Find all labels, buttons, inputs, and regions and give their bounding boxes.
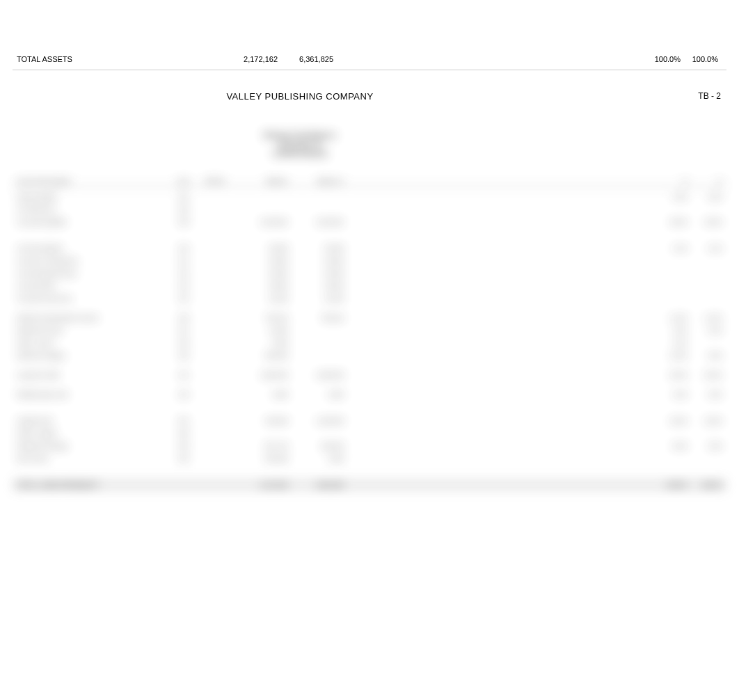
table-row: Related party note4023,0003,0000.0%0.0%	[13, 388, 726, 401]
account-description: A/P discounts	[17, 206, 170, 213]
percent-1: 12.6%	[653, 352, 688, 359]
account-number: 313	[170, 283, 198, 289]
balance-value-1: 30,000	[232, 257, 288, 264]
account-description: TOTAL LIABILITIES/EQUITY	[17, 482, 170, 488]
balance-value-2: 1,880,000	[288, 372, 344, 379]
table-row: Deferred charges323800,00012.6%0.0%	[13, 349, 726, 362]
account-number: 314	[170, 295, 198, 302]
account-description: Capital stock	[17, 417, 170, 424]
account-description: Accrued payroll taxes	[17, 270, 170, 277]
account-description: Accounts payable	[17, 218, 170, 225]
balance-value-1: 1,880,000	[232, 372, 288, 379]
balance-value-1: 25,000	[232, 245, 288, 252]
account-number: 323	[170, 352, 198, 359]
table-row: Capital stock501200,0001,200,00018.9%18.…	[13, 415, 726, 427]
table-row: Accounts payable3032,919,6012,919,60145.…	[13, 216, 726, 228]
balance-value-1: 25,000	[232, 283, 288, 289]
account-number: 504	[170, 455, 198, 462]
percent-1: 0.0%	[653, 193, 688, 200]
table-row: Deferred income32112,0000.2%0.2%	[13, 324, 726, 337]
total-row: TOTAL LIABILITIES/EQUITY2,172,1626,361,8…	[13, 479, 726, 491]
table-row: Long-term debt4011,880,0001,880,00029.6%…	[13, 369, 726, 381]
account-number: 321	[170, 327, 198, 334]
account-number: 401	[170, 372, 198, 379]
account-description: Accrued salaries	[17, 245, 170, 252]
account-number: 502	[170, 430, 198, 437]
balance-value-1: 3,000	[232, 391, 288, 398]
account-description: Other current	[17, 340, 170, 347]
balance-value-2: 25,000	[288, 245, 344, 252]
total-assets-pct-2: 100.0%	[681, 55, 722, 63]
percent-2: 0.4%	[688, 245, 722, 252]
percent-1: 18.9%	[653, 417, 688, 424]
percent-2: 0.0%	[688, 352, 722, 359]
balance-value-1: 25,000	[232, 270, 288, 277]
account-description: Long-term debt	[17, 372, 170, 379]
account-description: Notes payable	[17, 193, 170, 200]
gap-row	[13, 362, 726, 369]
table-row: Deferred subscription income320756,91975…	[13, 312, 726, 324]
account-description: Deferred charges	[17, 352, 170, 359]
percent-2: 11.9%	[688, 315, 722, 321]
data-rows-container: Notes payable3010.0%0.0%A/P discounts302…	[13, 191, 726, 491]
table-row: Accrued commissions31130,00030,000	[13, 255, 726, 267]
total-assets-pct-1: 100.0%	[639, 55, 681, 63]
account-description: Accrued income tax	[17, 295, 170, 302]
balance-value-2: 30,000	[288, 257, 344, 264]
balance-value-2: 3,000	[288, 391, 344, 398]
account-number: 320	[170, 315, 198, 321]
percent-2: 45.9%	[688, 218, 722, 225]
percent-1: 0.1%	[653, 340, 688, 347]
percent-1: 45.9%	[653, 218, 688, 225]
percent-2: 29.6%	[688, 372, 722, 379]
percent-1: 29.6%	[653, 372, 688, 379]
total-assets-label: TOTAL ASSETS	[17, 55, 170, 63]
total-assets-value-2: 6,361,825	[278, 55, 333, 63]
account-number: 503	[170, 443, 198, 450]
table-row: Retained earnings503-557,743250,000-8.8%…	[13, 440, 726, 452]
table-row: Accrued other31325,00025,000	[13, 280, 726, 292]
account-description: Net income	[17, 455, 170, 462]
percent-2: 0.2%	[688, 327, 722, 334]
balance-value-1: 5,000	[232, 340, 288, 347]
balance-value-1: 2,919,601	[232, 218, 288, 225]
balance-value-1: 756,919	[232, 315, 288, 321]
page-container: TOTAL ASSETS 2,172,162 6,361,825 100.0% …	[13, 49, 726, 514]
company-name: VALLEY PUBLISHING COMPANY	[0, 90, 726, 102]
account-number: 402	[170, 391, 198, 398]
table-row: Accrued income tax31424,40024,400	[13, 292, 726, 305]
account-number: 302	[170, 206, 198, 213]
percent-2: 3.9%	[688, 443, 722, 450]
balance-value-2: 250,000	[288, 443, 344, 450]
balance-value-2: 25,000	[288, 283, 344, 289]
total-assets-value-1: 2,172,162	[170, 55, 278, 63]
account-number: 310	[170, 245, 198, 252]
table-row: Notes payable3010.0%0.0%	[13, 191, 726, 203]
balance-value-2: 25,000	[288, 270, 344, 277]
percent-1: -8.8%	[653, 443, 688, 450]
balance-value-1: 200,000	[232, 417, 288, 424]
percent-2: 0.0%	[688, 391, 722, 398]
table-row: Other current3225,0000.1%	[13, 337, 726, 349]
gap-row	[13, 465, 726, 479]
account-description: Accrued other	[17, 283, 170, 289]
page-code: TB - 2	[698, 91, 721, 101]
balance-value-2: 756,919	[288, 315, 344, 321]
table-row: A/P discounts302	[13, 203, 726, 216]
balance-value-2: 2,919,601	[288, 218, 344, 225]
balance-value-1: -557,743	[232, 443, 288, 450]
balance-value-2: 1,200,000	[288, 417, 344, 424]
company-header: VALLEY PUBLISHING COMPANY TB - 2	[13, 90, 726, 132]
subtitle-1: Working Trial Balance	[13, 132, 726, 139]
account-number: 311	[170, 257, 198, 264]
subtitle-3: Liabilities/Equity	[13, 150, 726, 157]
balance-value-2: 24,400	[288, 295, 344, 302]
percent-1: 0.4%	[653, 245, 688, 252]
blurred-content-section: Working Trial Balance December 31 Liabil…	[13, 132, 726, 514]
account-description: Retained earnings	[17, 443, 170, 450]
percent-1: 0.0%	[653, 391, 688, 398]
percent-1: 100.0%	[653, 482, 688, 488]
percent-1: 11.9%	[653, 315, 688, 321]
account-description: Paid-in capital	[17, 430, 170, 437]
column-headers: Account Description Acct WP Ref Balance …	[13, 159, 726, 186]
